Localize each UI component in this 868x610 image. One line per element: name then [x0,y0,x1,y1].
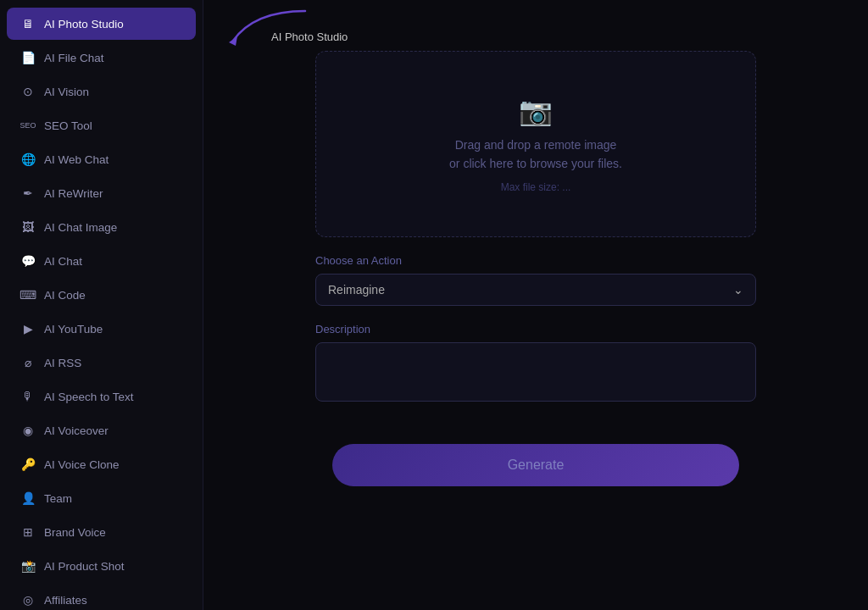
sidebar-item-ai-code[interactable]: ⌨AI Code [7,279,196,311]
sidebar-item-ai-rewriter[interactable]: ✒AI ReWriter [7,177,196,209]
upload-icon: 📷 [519,95,553,127]
sidebar-item-label-ai-rewriter: AI ReWriter [44,187,103,200]
sidebar-item-label-brand-voice: Brand Voice [44,526,106,539]
main-content: AI Photo Studio 📷 Drag and drop a remote… [203,0,868,610]
sidebar-item-label-team: Team [44,492,72,505]
description-input[interactable] [315,342,756,402]
sidebar-item-ai-file-chat[interactable]: 📄AI File Chat [7,42,196,74]
ai-chat-icon: 💬 [20,253,36,269]
sidebar-item-ai-product-shot[interactable]: 📸AI Product Shot [7,550,196,582]
sidebar-item-ai-voice-clone[interactable]: 🔑AI Voice Clone [7,448,196,480]
sidebar-item-label-ai-photo-studio: AI Photo Studio [44,18,124,30]
ai-voice-clone-icon: 🔑 [20,457,36,472]
ai-product-shot-icon: 📸 [20,558,36,574]
ai-voiceover-icon: ◉ [20,423,36,438]
sidebar-item-label-ai-chat: AI Chat [44,255,82,268]
ai-vision-icon: ⊙ [20,84,36,99]
sidebar-item-label-seo-tool: SEO Tool [44,119,92,132]
action-select[interactable]: Reimagine ⌄ [315,274,756,306]
sidebar-item-label-affiliates: Affiliates [44,594,87,607]
sidebar-item-ai-vision[interactable]: ⊙AI Vision [7,75,196,108]
sidebar-item-ai-youtube[interactable]: ▶AI YouTube [7,313,196,345]
sidebar-item-label-ai-speech-to-text: AI Speech to Text [44,391,134,403]
sidebar-item-label-ai-vision: AI Vision [44,86,89,98]
sidebar-item-label-ai-chat-image: AI Chat Image [44,221,117,234]
sidebar-item-label-ai-web-chat: AI Web Chat [44,153,108,166]
upload-area[interactable]: 📷 Drag and drop a remote image or click … [315,51,756,237]
affiliates-icon: ◎ [20,592,36,607]
generate-button[interactable]: Generate [332,444,739,486]
sidebar-item-ai-speech-to-text[interactable]: 🎙AI Speech to Text [7,380,196,413]
ai-youtube-icon: ▶ [20,321,36,336]
upload-text: Drag and drop a remote image or click he… [449,136,622,174]
sidebar-item-affiliates[interactable]: ◎Affiliates [7,584,196,610]
ai-chat-image-icon: 🖼 [20,219,36,235]
ai-file-chat-icon: 📄 [20,50,36,65]
sidebar: 🖥AI Photo Studio📄AI File Chat⊙AI VisionS… [0,0,203,610]
sidebar-item-brand-voice[interactable]: ⊞Brand Voice [7,516,196,548]
sidebar-item-label-ai-voice-clone: AI Voice Clone [44,458,120,471]
sidebar-item-label-ai-code: AI Code [44,289,86,302]
sidebar-item-ai-voiceover[interactable]: ◉AI Voiceover [7,414,196,446]
action-row: Choose an Action Reimagine ⌄ [315,254,756,306]
action-label: Choose an Action [315,254,756,267]
action-selected-value: Reimagine [328,283,385,297]
sidebar-item-ai-photo-studio[interactable]: 🖥AI Photo Studio [7,8,196,40]
ai-photo-studio-icon: 🖥 [20,16,36,31]
brand-voice-icon: ⊞ [20,524,36,540]
sidebar-item-ai-chat-image[interactable]: 🖼AI Chat Image [7,211,196,243]
sidebar-item-label-ai-file-chat: AI File Chat [44,52,104,64]
sidebar-item-seo-tool[interactable]: SEOSEO Tool [7,109,196,141]
ai-code-icon: ⌨ [20,287,36,302]
team-icon: 👤 [20,491,36,506]
chevron-down-icon: ⌄ [733,283,743,297]
sidebar-item-ai-rss[interactable]: ⌀AI RSS [7,347,196,379]
seo-tool-icon: SEO [20,118,36,133]
ai-rss-icon: ⌀ [20,355,36,370]
content-area: 📷 Drag and drop a remote image or click … [203,0,868,610]
ai-web-chat-icon: 🌐 [20,152,36,167]
sidebar-item-team[interactable]: 👤Team [7,482,196,514]
sidebar-item-ai-chat[interactable]: 💬AI Chat [7,245,196,277]
sidebar-item-label-ai-product-shot: AI Product Shot [44,560,125,573]
ai-speech-to-text-icon: 🎙 [20,389,36,404]
sidebar-item-label-ai-youtube: AI YouTube [44,323,103,336]
description-label: Description [315,323,756,336]
upload-text-sub: Max file size: ... [501,181,571,193]
sidebar-item-label-ai-rss: AI RSS [44,357,81,369]
description-row: Description [315,323,756,402]
sidebar-item-ai-web-chat[interactable]: 🌐AI Web Chat [7,143,196,175]
ai-rewriter-icon: ✒ [20,186,36,201]
sidebar-item-label-ai-voiceover: AI Voiceover [44,424,108,437]
